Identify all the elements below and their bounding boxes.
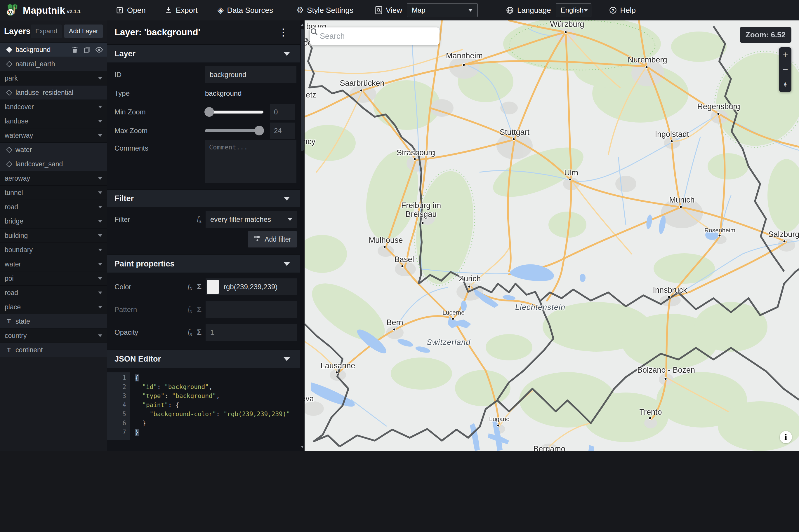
- layer-item-label: building: [5, 232, 28, 240]
- sidebar-item-bridge[interactable]: bridge: [0, 214, 107, 228]
- attribution-info-button[interactable]: i: [780, 431, 792, 443]
- chevron-down-icon: [283, 197, 290, 201]
- color-field[interactable]: [206, 279, 297, 295]
- map-label: Switzerland: [427, 338, 471, 347]
- max-zoom-slider[interactable]: [205, 129, 263, 132]
- fx-icon[interactable]: fx: [197, 215, 202, 224]
- chevron-down-icon: [98, 263, 102, 266]
- sidebar-item-road[interactable]: road: [0, 200, 107, 214]
- sigma-icon[interactable]: Σ: [197, 328, 202, 337]
- sidebar-item-boundary[interactable]: boundary: [0, 243, 107, 257]
- filter-combinator-select[interactable]: every filter matches: [206, 211, 297, 228]
- section-json-editor[interactable]: JSON Editor: [107, 349, 304, 368]
- zoom-out-button[interactable]: −: [779, 62, 792, 77]
- add-layer-button[interactable]: Add Layer: [64, 24, 103, 38]
- sidebar-item-road[interactable]: road: [0, 286, 107, 300]
- layer-item-label: aeroway: [5, 174, 30, 183]
- comments-field[interactable]: [205, 140, 296, 183]
- city-dot: [335, 371, 338, 374]
- sidebar-item-landuse[interactable]: landuse: [0, 114, 107, 128]
- sidebar-item-natural_earth[interactable]: natural_earth: [0, 57, 107, 71]
- sidebar-item-poi[interactable]: poi: [0, 271, 107, 286]
- sigma-icon[interactable]: Σ: [197, 282, 202, 291]
- fx-icon[interactable]: fx: [188, 282, 192, 291]
- fx-icon[interactable]: fx: [188, 328, 192, 337]
- kebab-menu-icon[interactable]: ⋮: [278, 28, 288, 36]
- color-swatch[interactable]: [207, 280, 219, 294]
- city-dot: [383, 245, 386, 249]
- style-settings-button[interactable]: ⚙ Style Settings: [296, 6, 353, 15]
- search-box[interactable]: [310, 27, 440, 45]
- sidebar-item-tunnel[interactable]: tunnel: [0, 186, 107, 200]
- language-menu[interactable]: Language: [506, 6, 551, 15]
- chevron-down-icon: [98, 306, 102, 308]
- zoom-in-button[interactable]: +: [779, 47, 792, 62]
- min-zoom-field[interactable]: [270, 104, 295, 120]
- language-select[interactable]: English: [556, 3, 591, 17]
- scroll-down-icon[interactable]: ▼: [300, 445, 304, 449]
- city-dot: [497, 424, 500, 427]
- sidebar-item-landuse_residential[interactable]: landuse_residential: [0, 86, 107, 100]
- view-menu[interactable]: View: [375, 6, 402, 15]
- help-button[interactable]: ? Help: [609, 6, 636, 15]
- max-zoom-field[interactable]: [270, 122, 295, 139]
- expand-button[interactable]: Expand: [31, 24, 62, 38]
- diamond-outline-icon: [6, 61, 12, 67]
- export-label: Export: [176, 6, 198, 15]
- sidebar-item-waterway[interactable]: waterway: [0, 128, 107, 143]
- city-dot: [451, 317, 455, 320]
- section-paint[interactable]: Paint properties: [107, 254, 304, 272]
- delete-layer-icon[interactable]: [71, 46, 79, 54]
- sidebar-item-country[interactable]: country: [0, 328, 107, 343]
- sidebar-item-continent[interactable]: Tcontinent: [0, 343, 107, 357]
- open-button[interactable]: Open: [116, 6, 146, 15]
- data-sources-button[interactable]: ◈ Data Sources: [218, 6, 273, 15]
- duplicate-layer-icon[interactable]: [83, 46, 91, 54]
- id-field[interactable]: [205, 66, 296, 83]
- sidebar-item-park[interactable]: park: [0, 71, 107, 86]
- scrollbar-thumb[interactable]: [301, 28, 304, 151]
- map-label: Mannheim: [446, 52, 483, 60]
- map-canvas[interactable]: WürzburgMannheimNurembergSaarbrückenRege…: [304, 20, 799, 451]
- json-line-numbers: 1234567: [107, 373, 130, 440]
- view-select[interactable]: Map: [407, 3, 478, 17]
- city-dot: [664, 377, 667, 381]
- export-button[interactable]: Export: [164, 6, 198, 15]
- sidebar-item-landcover_sand[interactable]: landcover_sand: [0, 157, 107, 171]
- tilt-button[interactable]: ▲▼: [779, 77, 792, 92]
- sidebar-item-place[interactable]: place: [0, 300, 107, 314]
- opacity-field[interactable]: [206, 324, 297, 341]
- min-zoom-slider[interactable]: [205, 111, 263, 114]
- map-label: Munich: [669, 196, 694, 205]
- json-code-editor[interactable]: 1234567 { "id": "background", "type": "b…: [107, 373, 297, 440]
- section-layer[interactable]: Layer: [107, 44, 304, 62]
- sidebar-item-aeroway[interactable]: aeroway: [0, 171, 107, 186]
- section-filter[interactable]: Filter: [107, 189, 304, 207]
- scroll-up-icon[interactable]: ▲: [300, 22, 304, 26]
- open-label: Open: [127, 6, 146, 15]
- layer-item-label: tunnel: [5, 189, 23, 197]
- sigma-icon[interactable]: Σ: [197, 305, 202, 314]
- fx-icon[interactable]: fx: [188, 305, 192, 314]
- section-paint-body: Color fxΣ Pattern fxΣ Opacity fxΣ: [107, 272, 304, 349]
- editor-scrollbar[interactable]: ▲ ▼: [300, 20, 304, 451]
- visibility-eye-icon[interactable]: [95, 45, 104, 54]
- search-input[interactable]: [320, 32, 434, 41]
- layer-list: backgroundnatural_earthparklanduse_resid…: [0, 43, 107, 357]
- sidebar-item-state[interactable]: Tstate: [0, 314, 107, 328]
- app-version: v2.1.1: [67, 9, 80, 15]
- sidebar-item-water[interactable]: water: [0, 143, 107, 157]
- globe-icon: [506, 6, 514, 14]
- chevron-down-icon: [98, 335, 102, 337]
- section-json-body: 1234567 { "id": "background", "type": "b…: [107, 368, 304, 449]
- sidebar-item-water[interactable]: water: [0, 257, 107, 271]
- sidebar-item-landcover[interactable]: landcover: [0, 100, 107, 114]
- layer-item-label: landcover_sand: [16, 160, 63, 168]
- pattern-field[interactable]: [206, 301, 297, 318]
- city-dot: [649, 417, 652, 420]
- layers-title: Layers: [4, 26, 30, 36]
- city-dot: [718, 234, 721, 237]
- add-filter-button[interactable]: Add filter: [248, 231, 297, 247]
- sidebar-item-background[interactable]: background: [0, 43, 107, 57]
- sidebar-item-building[interactable]: building: [0, 228, 107, 243]
